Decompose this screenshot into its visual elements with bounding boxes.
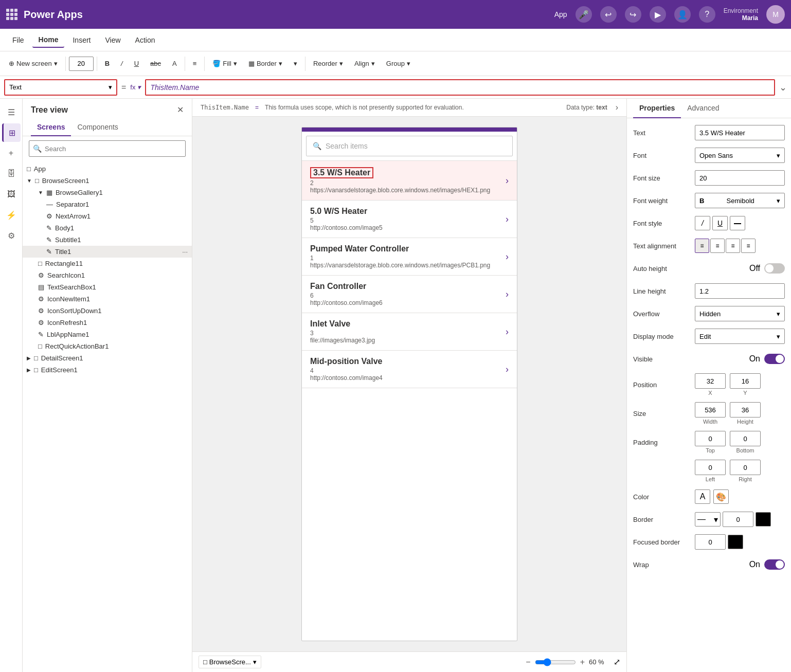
reorder-button[interactable]: Reorder ▾ — [309, 57, 348, 70]
visible-toggle[interactable] — [764, 354, 785, 364]
tab-advanced[interactable]: Advanced — [681, 99, 725, 118]
border-color-swatch[interactable] — [756, 512, 771, 526]
align-left-button[interactable]: ≡ — [695, 239, 709, 253]
border-button[interactable]: ▦ Border ▾ — [244, 57, 287, 70]
menu-home[interactable]: Home — [32, 32, 65, 48]
menu-insert[interactable]: Insert — [66, 33, 97, 47]
undo-icon[interactable]: ↩ — [600, 6, 617, 23]
list-item[interactable]: Pumped Water Controller 1 https://vanars… — [302, 238, 517, 276]
tree-item-more-button[interactable]: ··· — [182, 248, 188, 256]
tree-item-app[interactable]: □ App — [23, 163, 192, 175]
group-button[interactable]: Group ▾ — [382, 57, 415, 70]
fit-screen-button[interactable]: ⤢ — [614, 657, 620, 667]
italic-style-button[interactable]: / — [695, 216, 710, 230]
list-item[interactable]: Fan Controller 6 http://contoso.com/imag… — [302, 276, 517, 313]
text-color-button[interactable]: A — [168, 57, 182, 70]
tree-item-subtitle1[interactable]: ✎ Subtitle1 — [23, 234, 192, 246]
tree-close-button[interactable]: ✕ — [177, 105, 184, 115]
padding-left-input[interactable] — [695, 460, 726, 475]
tab-screens[interactable]: Screens — [31, 119, 71, 136]
padding-top-input[interactable] — [695, 431, 726, 446]
side-icon-menu[interactable]: ☰ — [2, 103, 21, 121]
new-screen-button[interactable]: ⊕ New screen ▾ — [4, 57, 62, 70]
underline-button[interactable]: U — [130, 57, 143, 70]
fontweight-dropdown[interactable]: B Semibold ▾ — [695, 193, 785, 208]
tree-item-editscreen1[interactable]: ▶ □ EditScreen1 — [23, 364, 192, 376]
list-item[interactable]: Inlet Valve 3 file://images/image3.jpg › — [302, 313, 517, 351]
tab-components[interactable]: Components — [71, 119, 124, 136]
list-item[interactable]: 5.0 W/S Heater 5 http://contoso.com/imag… — [302, 201, 517, 238]
redo-icon[interactable]: ↪ — [625, 6, 641, 23]
padding-right-input[interactable] — [730, 460, 761, 475]
align-center-button[interactable]: ≡ — [710, 239, 725, 253]
autoheight-toggle[interactable] — [764, 263, 785, 274]
property-dropdown[interactable]: Text ▾ — [4, 79, 117, 96]
tree-item-browsegallery1[interactable]: ▼ ▦ BrowseGallery1 — [23, 187, 192, 198]
side-icon-data[interactable]: 🗄 — [2, 165, 21, 183]
padding-bottom-input[interactable] — [730, 431, 761, 446]
tree-item-rectquickactionbar1[interactable]: □ RectQuickActionBar1 — [23, 340, 192, 352]
tree-item-detailscreen1[interactable]: ▶ □ DetailScreen1 — [23, 352, 192, 364]
position-y-input[interactable] — [730, 373, 761, 389]
align-button[interactable]: Align ▾ — [350, 57, 380, 70]
tree-item-body1[interactable]: ✎ Body1 — [23, 222, 192, 234]
border-style-dropdown[interactable]: — ▾ — [695, 512, 721, 526]
size-height-input[interactable] — [730, 402, 761, 417]
user-avatar[interactable]: M — [766, 5, 785, 24]
position-x-input[interactable] — [695, 373, 726, 389]
zoom-out-button[interactable]: − — [526, 658, 530, 667]
tree-item-browsescreen1[interactable]: ▼ □ BrowseScreen1 — [23, 175, 192, 187]
menu-view[interactable]: View — [99, 33, 127, 47]
tree-item-title1[interactable]: ✎ Title1 ··· — [23, 246, 192, 258]
tree-item-searchicon1[interactable]: ⚙ SearchIcon1 — [23, 269, 192, 281]
underline-style-button[interactable]: U — [712, 216, 728, 230]
side-icon-media[interactable]: 🖼 — [2, 185, 21, 204]
play-icon[interactable]: ▶ — [650, 6, 666, 23]
overflow-dropdown[interactable]: Hidden ▾ — [695, 306, 785, 321]
tree-item-iconnewitem1[interactable]: ⚙ IconNewItem1 — [23, 293, 192, 305]
tree-search-input[interactable] — [29, 140, 186, 157]
side-icon-add[interactable]: + — [2, 144, 21, 162]
border-thickness-input[interactable] — [723, 512, 753, 527]
formula-input[interactable]: ThisItem.Name — [145, 79, 775, 96]
text-align-button[interactable]: ≡ — [188, 57, 202, 70]
tree-item-lblappname1[interactable]: ✎ LblAppName1 — [23, 329, 192, 340]
formula-expand-icon[interactable]: ⌄ — [779, 82, 787, 93]
side-icon-settings[interactable]: ⚙ — [2, 226, 21, 245]
menu-file[interactable]: File — [6, 33, 30, 47]
tree-item-iconsortupdown1[interactable]: ⚙ IconSortUpDown1 — [23, 305, 192, 317]
focused-border-color-swatch[interactable] — [728, 535, 743, 549]
align-justify-button[interactable]: ≡ — [741, 239, 756, 253]
tree-item-separator1[interactable]: — Separator1 — [23, 198, 192, 210]
screen-name-selector[interactable]: □ BrowseScre... ▾ — [199, 656, 261, 668]
lineheight-input[interactable] — [695, 283, 785, 299]
focused-border-input[interactable] — [695, 534, 726, 550]
tree-item-nextarrow1[interactable]: ⚙ NextArrow1 — [23, 210, 192, 222]
microphone-icon[interactable]: 🎤 — [576, 6, 592, 23]
menu-action[interactable]: Action — [129, 33, 161, 47]
side-icon-tree[interactable]: ⊞ — [2, 123, 21, 142]
search-items-box[interactable]: 🔍 Search items — [306, 136, 513, 156]
zoom-slider[interactable] — [535, 658, 576, 666]
app-button[interactable]: App — [554, 10, 567, 19]
apps-grid-icon[interactable] — [6, 9, 17, 20]
list-item[interactable]: Mid-position Valve 4 http://contoso.com/… — [302, 351, 517, 388]
more-button[interactable]: ▾ — [289, 57, 302, 70]
font-size-input[interactable] — [69, 57, 94, 71]
tree-item-iconrefresh1[interactable]: ⚙ IconRefresh1 — [23, 317, 192, 329]
list-item[interactable]: 3.5 W/S Heater 2 https://vanarsdelstorag… — [302, 161, 517, 201]
hint-expand-icon[interactable]: › — [616, 103, 618, 112]
tab-properties[interactable]: Properties — [633, 99, 681, 118]
side-icon-vars[interactable]: ⚡ — [2, 206, 21, 224]
color-picker-button[interactable]: 🎨 — [713, 489, 729, 504]
text-input[interactable] — [695, 125, 785, 140]
bold-button[interactable]: B — [100, 57, 114, 70]
tree-item-textsearchbox1[interactable]: ▤ TextSearchBox1 — [23, 281, 192, 293]
fontsize-input[interactable] — [695, 170, 785, 186]
color-a-swatch[interactable]: A — [695, 489, 710, 504]
italic-button[interactable]: / — [116, 57, 128, 70]
user-check-icon[interactable]: 👤 — [674, 6, 691, 23]
strikethrough-button[interactable]: abc — [146, 57, 166, 70]
tree-item-rectangle11[interactable]: □ Rectangle11 — [23, 258, 192, 269]
strikethrough-style-button[interactable]: — — [730, 216, 745, 230]
